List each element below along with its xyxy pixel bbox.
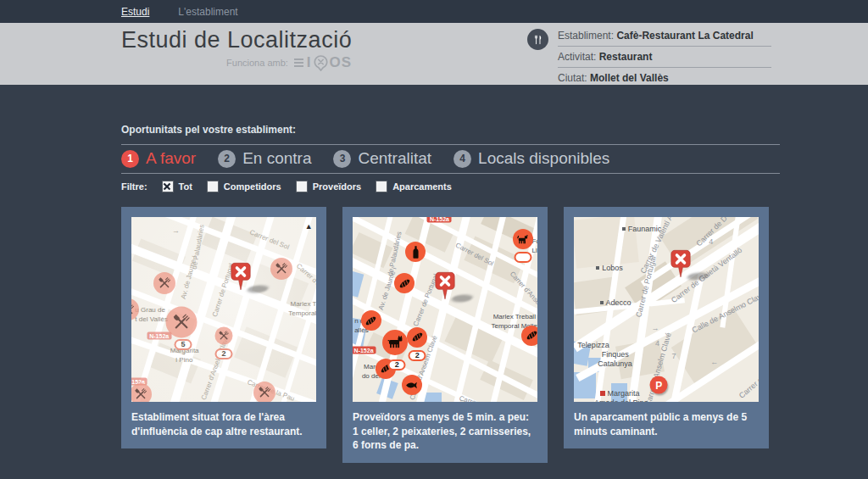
cow-icon-marker[interactable] (382, 330, 408, 355)
place-label: Ll (531, 247, 537, 254)
main-content: Oportunitats pel vostre establiment: 1A … (0, 85, 868, 463)
faded-restaurant-marker[interactable] (215, 326, 233, 344)
poi-bullet-icon (600, 301, 604, 304)
nav-item-estudi[interactable]: Estudi (121, 6, 149, 18)
marker-count-badge: 5 (175, 339, 192, 350)
checkbox-icon[interactable] (207, 181, 219, 192)
checkbox-icon[interactable] (376, 181, 387, 192)
street-label: 4 (655, 339, 659, 348)
place-label: l Pino (175, 356, 192, 364)
card-caption: Un aparcament públic a menys de 5 minuts… (574, 410, 759, 438)
bread-icon-marker[interactable] (521, 326, 537, 346)
tab-a-favor[interactable]: 1A favor (121, 149, 196, 168)
page-title: Estudi de Localització (121, 27, 352, 53)
tab-number-badge: 1 (121, 150, 139, 168)
card-proveidors: de PalaudàriesAv. de Jaume ICarrer del S… (342, 207, 548, 463)
marker-count-badge: 2 (215, 348, 233, 359)
tab-centralitat[interactable]: 3Centralitat (333, 149, 431, 168)
powered-by-label: Funciona amb: (226, 58, 288, 68)
faded-restaurant-marker[interactable] (270, 258, 292, 280)
road-badge: N-152a (353, 346, 376, 354)
parking-marker[interactable]: P (650, 376, 668, 394)
place-label: Temporal Mo (288, 309, 316, 317)
opportunity-cards: →de PalaudàriesAv. de Jaume ICarrer del … (121, 207, 868, 463)
water (353, 271, 364, 298)
place-label: Marlex Treball (493, 313, 536, 320)
filter-label: Filtre: (121, 181, 147, 192)
filter-checkbox-aparcaments[interactable]: Aparcaments (376, 181, 452, 192)
place-label: Margarita (600, 389, 640, 398)
map-parking[interactable]: FaunamicCarrer de DCarrer de Valentí ALo… (574, 217, 759, 402)
location-pin-x-icon[interactable] (670, 249, 693, 279)
road-badge: N-152a (427, 217, 452, 223)
faded-restaurant-marker[interactable] (165, 307, 197, 338)
establishment-info: Establiment: Cafè-Restaurant La Catedral… (527, 25, 771, 88)
header: Estudi de Localització Funciona amb: IOS… (0, 23, 868, 85)
wine-bottle-icon-marker[interactable] (405, 242, 426, 262)
map-suppliers[interactable]: de PalaudàriesAv. de Jaume ICarrer del S… (353, 217, 537, 402)
eixos-e-bars (294, 58, 303, 68)
card-caption: Establiment situat fora de l'àrea d'infl… (131, 410, 316, 438)
place-label: Finques (602, 350, 629, 359)
road-badge: N-152a (147, 331, 171, 339)
map-control-icon[interactable]: ▲ (305, 222, 313, 231)
tab-number-badge: 3 (333, 150, 351, 168)
place-label: Catalunya (598, 359, 632, 368)
faded-restaurant-marker[interactable] (131, 383, 152, 402)
filter-checkbox-tot[interactable]: Tot (162, 181, 192, 192)
tab-number-badge: 2 (218, 150, 236, 168)
title-block: Estudi de Localització Funciona amb: IOS (121, 27, 352, 71)
place-label: t del Vallès (135, 315, 168, 323)
checkbox-icon[interactable] (296, 181, 308, 192)
faded-restaurant-marker[interactable] (153, 272, 175, 294)
restaurant-icon (527, 29, 548, 50)
info-row-establiment: Establiment: Cafè-Restaurant La Catedral (558, 25, 771, 47)
place-label: Amado del Pino (594, 398, 648, 402)
info-rows: Establiment: Cafè-Restaurant La Catedral… (558, 25, 771, 88)
place-label: u Grau de (135, 306, 165, 314)
location-pin-x-icon[interactable] (434, 271, 457, 301)
street-label: 4 (709, 237, 713, 246)
place-label: Faunamic (622, 225, 662, 233)
street-label: ← (710, 358, 718, 366)
faded-restaurant-marker[interactable] (253, 382, 275, 402)
powered-by: Funciona amb: IOS (121, 54, 352, 71)
section-label: Oportunitats pel vostre establiment: (121, 124, 868, 136)
poi-flag-icon (600, 391, 605, 396)
card-aparcament: FaunamicCarrer de DCarrer de Valentí ALo… (564, 207, 769, 448)
top-nav: Estudi L'establiment (0, 0, 868, 23)
checkbox-icon[interactable] (162, 181, 174, 192)
filter-checkbox-competidors[interactable]: Competidors (207, 181, 281, 192)
place-label: Lobos (596, 264, 623, 272)
marker-count-badge: 2 (388, 359, 406, 370)
bread-icon-marker[interactable] (361, 310, 381, 331)
divider (121, 173, 780, 174)
place-label: Marlex Treb (290, 300, 316, 308)
street-label: Carrer d (737, 376, 759, 400)
place-label: Adecco (600, 298, 632, 307)
fish-icon-marker[interactable] (402, 375, 422, 395)
info-row-ciutat: Ciutat: Mollet del Vallès (558, 68, 771, 88)
eixos-pin-x-glyph (314, 55, 328, 71)
marker-count-badge (514, 252, 531, 263)
location-pin-x-icon[interactable] (229, 262, 252, 292)
tab-en-contra[interactable]: 2En contra (218, 149, 311, 168)
tab-bar: 1A favor 2En contra 3Centralitat 4Locals… (121, 145, 780, 173)
street-label: → (172, 226, 180, 235)
poi-bullet-icon (622, 227, 626, 231)
street-label: Carrer de la (459, 394, 495, 402)
nav-item-establiment[interactable]: L'establiment (178, 6, 237, 18)
info-row-activitat: Activitat: Restaurant (558, 47, 771, 68)
poi-bullet-icon (596, 266, 599, 270)
map-competitors[interactable]: →de PalaudàriesAv. de Jaume ICarrer del … (131, 217, 316, 402)
street-label: → (652, 324, 659, 332)
dog-icon-marker[interactable] (513, 229, 533, 249)
bread-icon-marker[interactable] (394, 273, 415, 293)
filter-checkbox-proveidors[interactable]: Proveïdors (296, 181, 361, 192)
marker-count-badge: 2 (409, 350, 426, 361)
card-caption: Proveïdors a menys de 5 min. a peu: 1 ce… (353, 410, 537, 453)
tab-locals-disponibles[interactable]: 4Locals disponibles (453, 149, 609, 168)
filter-bar: Filtre: Tot Competidors Proveïdors Aparc… (121, 181, 868, 192)
street-label: 7 (672, 352, 676, 360)
bread-icon-marker[interactable] (407, 327, 427, 348)
